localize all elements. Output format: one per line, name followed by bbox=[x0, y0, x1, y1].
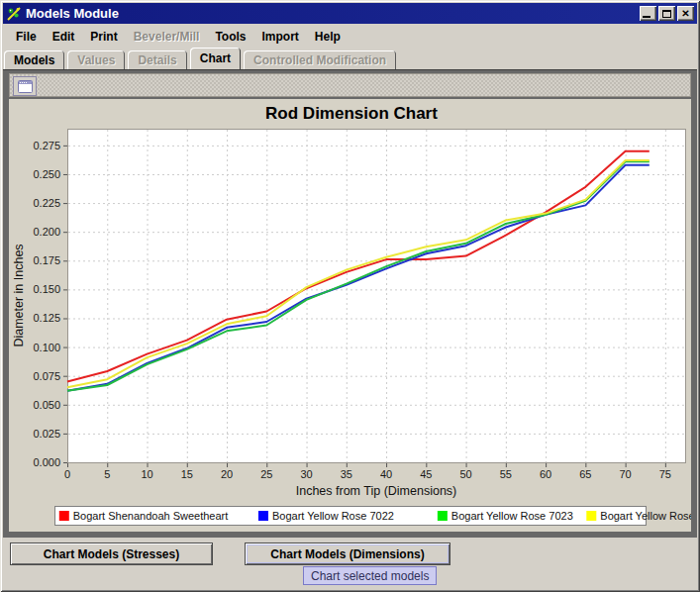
x-tick-label: 45 bbox=[420, 468, 432, 480]
app-icon bbox=[6, 6, 22, 22]
content-frame: 0510152025303540455055606570750.0000.025… bbox=[3, 69, 697, 538]
y-tick-label: 0.125 bbox=[33, 312, 60, 324]
chart-window-tool-button[interactable] bbox=[13, 76, 37, 96]
x-tick-label: 20 bbox=[221, 468, 233, 480]
legend-label: Bogart Yellow Rose 7023 bbox=[451, 510, 573, 522]
menu-import[interactable]: Import bbox=[254, 28, 307, 46]
minimize-icon bbox=[643, 16, 650, 18]
y-tick-label: 0.150 bbox=[33, 283, 60, 295]
toolbar bbox=[9, 73, 691, 97]
x-tick-label: 30 bbox=[300, 468, 312, 480]
y-tick-label: 0.100 bbox=[33, 342, 60, 353]
x-tick-label: 55 bbox=[500, 468, 512, 480]
legend-swatch bbox=[258, 511, 268, 521]
window-title: Models Module bbox=[26, 6, 638, 21]
menu-tools[interactable]: Tools bbox=[207, 28, 253, 46]
tab-bar: ModelsValuesDetailsChartControlled Modif… bbox=[4, 48, 696, 69]
close-button[interactable]: ✕ bbox=[677, 6, 694, 21]
y-tick-label: 0.225 bbox=[33, 197, 60, 209]
legend-label: Bogart Shenandoah Sweetheart bbox=[73, 510, 229, 522]
menu-file[interactable]: File bbox=[8, 28, 45, 46]
menu-print[interactable]: Print bbox=[82, 28, 125, 46]
x-tick-label: 10 bbox=[141, 468, 152, 480]
tab-controlled-modification: Controlled Modification bbox=[244, 50, 396, 69]
menu-beveler-mill: Beveler/Mill bbox=[126, 28, 208, 46]
y-tick-label: 0.200 bbox=[33, 226, 60, 238]
x-tick-label: 75 bbox=[659, 468, 671, 480]
chart-panel: 0510152025303540455055606570750.0000.025… bbox=[9, 99, 691, 532]
y-tick-label: 0.025 bbox=[33, 428, 60, 440]
models-module-window: Models Module ✕ FileEditPrintBeveler/Mil… bbox=[0, 0, 700, 592]
tab-values: Values bbox=[67, 50, 125, 69]
maximize-button[interactable] bbox=[658, 6, 675, 21]
window-frame-icon bbox=[18, 80, 33, 93]
tooltip-chart-selected-models: Chart selected models bbox=[303, 566, 437, 585]
footer: Chart Models (Stresses) Chart Models (Di… bbox=[0, 538, 700, 592]
y-tick-label: 0.000 bbox=[33, 456, 60, 468]
y-tick-label: 0.075 bbox=[33, 370, 60, 382]
close-icon: ✕ bbox=[681, 9, 689, 19]
chart-models-dimensions-button[interactable]: Chart Models (Dimensions) bbox=[245, 543, 450, 565]
x-tick-label: 5 bbox=[104, 468, 110, 480]
maximize-icon bbox=[662, 10, 671, 18]
minimize-button[interactable] bbox=[640, 6, 656, 21]
y-tick-label: 0.275 bbox=[33, 140, 60, 151]
legend-label: Bogart Yellow Rose 7033 bbox=[600, 510, 691, 522]
x-tick-label: 50 bbox=[459, 468, 471, 480]
chart-models-stresses-button[interactable]: Chart Models (Stresses) bbox=[10, 543, 213, 565]
x-tick-label: 65 bbox=[579, 468, 591, 480]
y-axis-label: Diameter in Inches bbox=[12, 244, 26, 346]
chart-title: Rod Dimension Chart bbox=[265, 104, 438, 123]
x-axis-label: Inches from Tip (Dimensions) bbox=[296, 484, 457, 498]
x-tick-label: 15 bbox=[181, 468, 193, 480]
y-tick-label: 0.050 bbox=[33, 399, 60, 411]
title-bar: Models Module ✕ bbox=[3, 3, 697, 24]
rod-dimension-chart: 0510152025303540455055606570750.0000.025… bbox=[9, 99, 691, 532]
tab-details: Details bbox=[128, 50, 186, 69]
tab-chart[interactable]: Chart bbox=[190, 48, 241, 69]
x-tick-label: 35 bbox=[341, 468, 352, 480]
x-tick-label: 0 bbox=[64, 468, 70, 480]
legend-swatch bbox=[586, 511, 596, 521]
y-tick-label: 0.175 bbox=[33, 254, 60, 266]
legend-label: Bogart Yellow Rose 7022 bbox=[272, 510, 394, 522]
menu-edit[interactable]: Edit bbox=[45, 28, 83, 46]
tab-models[interactable]: Models bbox=[4, 50, 64, 69]
x-tick-label: 70 bbox=[619, 468, 631, 480]
menu-help[interactable]: Help bbox=[307, 28, 349, 46]
legend-swatch bbox=[438, 511, 448, 521]
menu-bar: FileEditPrintBeveler/MillToolsImportHelp bbox=[3, 26, 697, 47]
x-tick-label: 60 bbox=[540, 468, 551, 480]
x-tick-label: 40 bbox=[380, 468, 392, 480]
y-tick-label: 0.250 bbox=[33, 168, 60, 180]
legend-swatch bbox=[59, 511, 69, 521]
x-tick-label: 25 bbox=[260, 468, 272, 480]
